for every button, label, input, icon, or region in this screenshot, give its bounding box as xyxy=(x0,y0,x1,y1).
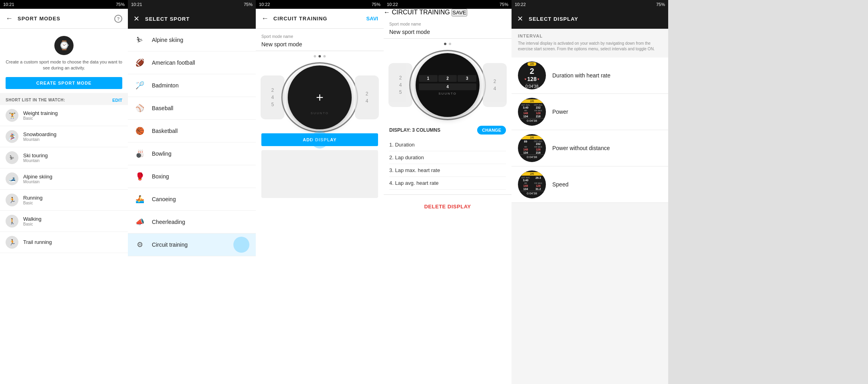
sport-select-item[interactable]: 🏸 Badminton xyxy=(128,74,256,97)
panel-select-display: 10:22 75% ✕ SELECT DISPLAY INTERVAL The … xyxy=(512,0,668,384)
power-cell: HR MAX128 xyxy=(532,109,545,115)
hero-text: Create a custom sport mode to choose the… xyxy=(6,59,122,71)
back-icon-4[interactable]: ← xyxy=(384,9,390,16)
display-option-item[interactable]: 2/6 89 DST AVG232 HR148 HR MAX128 134 21… xyxy=(512,130,668,166)
sport-name: Running xyxy=(23,195,42,201)
sport-icon-snowboard: 🏂 xyxy=(6,130,18,143)
close-icon-5[interactable]: ✕ xyxy=(517,14,523,23)
display-option-item[interactable]: 2/6 DST AVG3.40 DST AVG232 HR148 HR MAX1… xyxy=(512,94,668,130)
circuit-cols-title: CIRCUIT TRAINING xyxy=(392,9,450,16)
hero-section: ⌚ Create a custom sport mode to choose t… xyxy=(0,29,128,93)
pnd-cell: DST AVG232 xyxy=(532,140,545,145)
speed-cell: DST AVG3.40 xyxy=(520,176,532,182)
sport-name: Trail running xyxy=(23,239,52,245)
change-button[interactable]: CHANGE xyxy=(477,126,506,135)
sport-select-item[interactable]: 🏈 American football xyxy=(128,51,256,74)
sport-name: Walking xyxy=(23,216,42,222)
select-display-header: ✕ SELECT DISPLAY xyxy=(512,9,668,29)
sport-select-item-circuit[interactable]: ⚙ Circuit training xyxy=(128,234,256,256)
list-item[interactable]: 🚶 Walking Basic xyxy=(0,211,128,232)
help-icon[interactable]: ? xyxy=(114,15,122,23)
circuit-cols-header: ← CIRCUIT TRAINING SAVE xyxy=(384,9,512,16)
watch-display-area-4: 2 4 5 1 2 3 4 SUUNTO 2 4 xyxy=(384,49,512,121)
display-option-item[interactable]: 2/6 2 ♥ 128 ♥ 0:04'38 Duration with hear… xyxy=(512,57,668,94)
watch-main-face: + SUUNTO xyxy=(288,65,352,129)
power-cell: DST AVG3.40 xyxy=(520,104,532,109)
speed-cell: HR MAX128 xyxy=(532,182,545,187)
side-num-5: 5 xyxy=(271,102,274,107)
sport-select-item[interactable]: 🚣 Canoeing xyxy=(128,188,256,211)
display-option-label: Power without distance xyxy=(552,145,610,151)
panel-sport-modes: 10:21 75% ← SPORT MODES ? ⌚ Create a cus… xyxy=(0,0,128,384)
sport-icon-alpine-skiing: ⛷ xyxy=(134,34,145,46)
pnd-cell: HR MAX128 xyxy=(532,146,545,151)
power-cell: HR148 xyxy=(520,109,532,115)
sport-mode-name-input[interactable] xyxy=(261,40,378,49)
sport-sub: Basic xyxy=(23,201,42,205)
sport-item-label: American football xyxy=(152,59,195,66)
display-item: 4. Lap avg. heart rate xyxy=(389,177,506,190)
watch-cell-3: 3 xyxy=(458,75,476,82)
dot-2-active xyxy=(319,55,321,57)
sport-select-item[interactable]: 🏀 Basketball xyxy=(128,120,256,143)
pnd-cell: 89 xyxy=(520,140,532,145)
circuit-add-header: ← CIRCUIT TRAINING SAVI xyxy=(256,9,384,29)
dot-1 xyxy=(314,55,316,57)
back-icon-1[interactable]: ← xyxy=(6,14,13,23)
speed-cell: 29.3 xyxy=(532,176,545,182)
power-cell: DST AVG232 xyxy=(532,104,545,109)
list-item[interactable]: 🏂 Snowboarding Mountain xyxy=(0,126,128,147)
dots-nav-3 xyxy=(256,51,384,61)
heart-icon-2: ♥ xyxy=(538,77,540,81)
list-item[interactable]: ⛷ Ski touring Mountain xyxy=(0,147,128,168)
sport-select-item[interactable]: 📣 Cheerleading xyxy=(128,211,256,234)
speed-cell: HR148 xyxy=(520,182,532,187)
save-button-4[interactable]: SAVE xyxy=(452,9,467,16)
watch-face-4: 1 2 3 4 SUUNTO xyxy=(416,53,480,117)
close-icon-2[interactable]: ✕ xyxy=(133,14,139,23)
sport-select-item[interactable]: 🥊 Boxing xyxy=(128,165,256,188)
sport-select-item[interactable]: ⛷ Alpine skiing xyxy=(128,29,256,51)
add-display-button[interactable]: ADD DISPLAY xyxy=(261,133,378,146)
power-time: 0:04'38 xyxy=(520,118,544,123)
sport-mode-input-4[interactable] xyxy=(389,27,506,37)
status-battery-5: 75% xyxy=(656,2,665,7)
edit-button[interactable]: EDIT xyxy=(112,98,122,103)
list-item[interactable]: 🎿 Alpine skiing Mountain xyxy=(0,168,128,190)
side-num-2: 2 xyxy=(271,87,274,93)
sport-icon-basketball: 🏀 xyxy=(134,125,145,137)
list-item[interactable]: 🏃 Running Basic xyxy=(0,190,128,211)
dot-4-1 xyxy=(444,43,446,45)
back-icon-3[interactable]: ← xyxy=(261,14,269,23)
watch-side-4-right: 2 4 xyxy=(483,63,507,107)
status-time-2: 10:21 xyxy=(131,2,142,7)
sport-select-item[interactable]: 🎳 Bowling xyxy=(128,143,256,165)
create-sport-mode-button[interactable]: CREATE SPORT MODE xyxy=(6,77,122,89)
side-num-4: 4 xyxy=(271,95,274,100)
status-battery-2: 75% xyxy=(244,2,253,7)
dot-4-2 xyxy=(449,43,451,45)
list-item[interactable]: 🏋 Weight training Basic xyxy=(0,105,128,126)
status-battery-1: 75% xyxy=(116,2,125,7)
sport-select-item[interactable]: ⚾ Baseball xyxy=(128,97,256,120)
watch-side-left: 2 4 5 xyxy=(261,75,285,119)
plus-icon[interactable]: + xyxy=(316,91,324,104)
watch-thumb-duration-hr: 2/6 2 ♥ 128 ♥ 0:04'38 xyxy=(518,61,546,89)
short-list-label: SHORT LIST IN THE WATCH: xyxy=(6,98,65,102)
sport-sub: Mountain xyxy=(23,137,56,142)
speed-cell: 31.2 xyxy=(532,188,545,190)
save-button-3[interactable]: SAVI xyxy=(366,16,378,22)
display-item: 3. Lap max. heart rate xyxy=(389,164,506,177)
display-options-list: 2/6 2 ♥ 128 ♥ 0:04'38 Duration with hear… xyxy=(512,54,668,384)
list-item[interactable]: 🏃 Trail running xyxy=(0,232,128,253)
delete-display-button[interactable]: DELETE DISPLAY xyxy=(389,200,506,214)
sport-item-label: Canoeing xyxy=(152,196,176,202)
status-bar-3: 10:22 75% xyxy=(256,0,384,9)
watch-thumb-speed: 2/6 DST AVG3.40 29.3 HR148 HR MAX128 134… xyxy=(518,170,546,198)
sport-icon-circuit: ⚙ xyxy=(134,239,145,250)
speed-time: 0:04'38 xyxy=(520,191,544,195)
select-sport-title: SELECT SPORT xyxy=(145,16,190,22)
display-option-item[interactable]: 2/6 DST AVG3.40 29.3 HR148 HR MAX128 134… xyxy=(512,166,668,203)
sport-item-label: Bowling xyxy=(152,150,171,157)
watch-thumb-power: 2/6 DST AVG3.40 DST AVG232 HR148 HR MAX1… xyxy=(518,98,546,126)
